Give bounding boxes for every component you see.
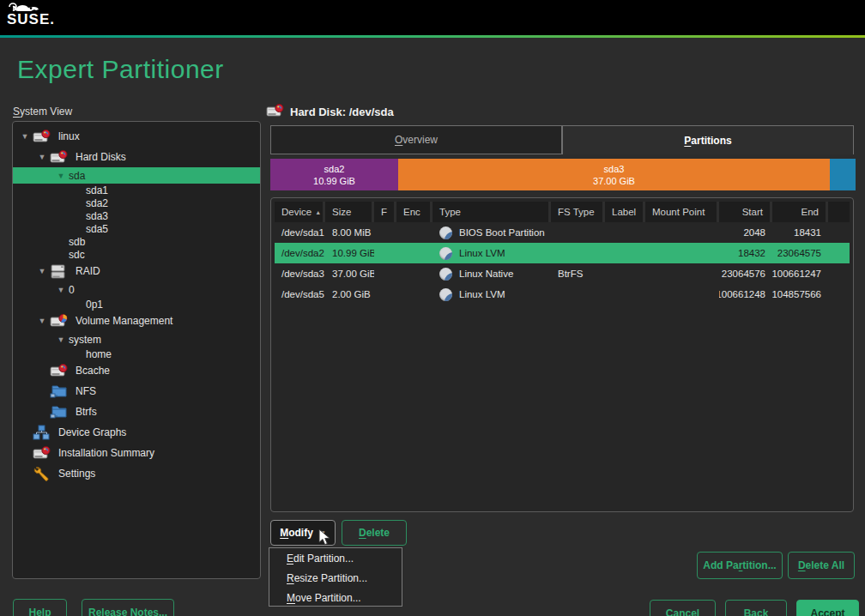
menu-item-move-partition[interactable]: Move Partition... <box>269 588 402 607</box>
suse-logo: SUSE. <box>7 1 55 28</box>
tree-expand-arrow-icon[interactable]: ▼ <box>34 317 50 325</box>
tree-item-label: sda2 <box>86 197 108 209</box>
expert-partitioner-window: SUSE. Expert Partitioner System View ▼li… <box>0 0 865 616</box>
column-header-device[interactable]: Device▲ <box>275 202 325 222</box>
tree-item-label: home <box>86 348 112 360</box>
tree-item-sda2[interactable]: sda2 <box>13 196 260 209</box>
tree-item-label: system <box>69 334 101 346</box>
tree-item-sda[interactable]: ▼sda <box>13 167 260 184</box>
cell-start: 2048 <box>743 227 765 238</box>
tree-item-sda5[interactable]: sda5 <box>13 222 260 235</box>
column-header-label[interactable]: Label <box>605 202 645 222</box>
raid-icon <box>50 263 76 279</box>
tree-expand-arrow-icon[interactable]: ▼ <box>53 172 69 180</box>
table-row-dev-sda2[interactable]: /dev/sda210.99 GiBLinux LVM1843223064575 <box>275 243 850 263</box>
tree-item-label: RAID <box>76 265 100 277</box>
content-header: Hard Disk: /dev/sda <box>266 103 394 121</box>
device-graphs-icon <box>33 425 58 440</box>
tree-expand-arrow-icon[interactable]: ▼ <box>17 132 33 141</box>
tree-item-sdc[interactable]: sdc <box>13 248 260 261</box>
hard-disk-icon <box>266 103 285 121</box>
column-header-enc[interactable]: Enc <box>396 202 432 222</box>
cell-device: /dev/sda3 <box>281 269 324 279</box>
tree-expand-arrow-icon[interactable]: ▼ <box>53 335 69 344</box>
tree-item-bcache[interactable]: Bcache <box>13 360 260 381</box>
menu-item-resize-partition[interactable]: Resize Partition... <box>269 568 402 588</box>
segment-name: sda2 <box>324 163 345 175</box>
cell-size: 37.00 GiB <box>332 269 374 279</box>
tree-expand-arrow-icon[interactable]: ▼ <box>34 267 50 275</box>
cell-start: 23064576 <box>722 269 765 279</box>
delete-button[interactable]: Delete <box>342 520 407 546</box>
column-header-end[interactable]: End <box>772 202 828 222</box>
column-header-start[interactable]: Start <box>719 202 772 222</box>
page-title: Expert Partitioner <box>17 55 224 84</box>
sort-ascending-icon: ▲ <box>315 209 321 215</box>
tree-expand-arrow-icon[interactable]: ▼ <box>34 153 50 161</box>
tree-item-settings[interactable]: Settings <box>13 463 260 484</box>
column-header-size[interactable]: Size <box>325 202 374 222</box>
tree-item-volume-management[interactable]: ▼Volume Management <box>13 311 260 331</box>
tab-verview[interactable]: Overview <box>270 125 562 154</box>
delete-all-button[interactable]: Delete All <box>788 552 855 579</box>
column-header-fs-type[interactable]: FS Type <box>551 202 605 222</box>
tree-item-0[interactable]: ▼0 <box>13 281 260 298</box>
cell-type: Linux LVM <box>459 248 505 258</box>
segment-size: 10.99 GiB <box>313 175 355 187</box>
cell-type: Linux Native <box>459 269 513 279</box>
table-header-row: Device▲SizeFEncTypeFS TypeLabelMount Poi… <box>275 202 850 222</box>
tree-item-label: sda1 <box>86 184 108 196</box>
cell-end: 23064575 <box>777 248 821 258</box>
column-header-mount-point[interactable]: Mount Point <box>645 202 719 222</box>
tree-item-btrfs[interactable]: Btrfs <box>13 402 260 422</box>
hard-disk-icon <box>33 129 58 144</box>
tree-item-system[interactable]: ▼system <box>13 331 260 347</box>
tree-item-label: Settings <box>58 468 95 480</box>
release-notes-button[interactable]: Release Notes... <box>82 599 174 616</box>
table-row-dev-sda5[interactable]: /dev/sda52.00 GiBLinux LVM10066124810485… <box>275 284 850 305</box>
cell-start: 18432 <box>738 248 765 258</box>
add-partition-button[interactable]: Add Partition... <box>697 552 783 579</box>
network-folder-icon <box>50 404 76 420</box>
tree-item-label: Device Graphs <box>58 426 126 438</box>
cell-device: /dev/sda5 <box>281 289 324 299</box>
system-view-label: System View <box>13 106 72 118</box>
column-header-type[interactable]: Type <box>432 202 551 222</box>
cell-device: /dev/sda2 <box>281 248 324 258</box>
table-row-dev-sda1[interactable]: /dev/sda18.00 MiBBIOS Boot Partition2048… <box>275 222 850 243</box>
hard-disk-icon <box>50 363 76 378</box>
tree-item-device-graphs[interactable]: Device Graphs <box>13 422 260 443</box>
tree-item-label: Hard Disks <box>76 151 126 163</box>
cell-type: BIOS Boot Partition <box>459 227 545 238</box>
wrench-icon <box>33 466 58 481</box>
tree-item-nfs[interactable]: NFS <box>13 381 260 402</box>
cell-fs_type: BtrFS <box>558 269 583 279</box>
tree-expand-arrow-icon[interactable]: ▼ <box>53 286 69 294</box>
system-view-tree[interactable]: ▼linux▼Hard Disks▼sdasda1sda2sda3sda5sdb… <box>12 121 261 579</box>
accept-button[interactable]: Accept <box>796 600 859 616</box>
tree-item-home[interactable]: home <box>13 347 260 360</box>
cell-end: 100661247 <box>772 269 821 279</box>
tree-item-0p1[interactable]: 0p1 <box>13 298 260 311</box>
tree-item-sda1[interactable]: sda1 <box>13 184 260 196</box>
tree-item-linux[interactable]: ▼linux <box>13 126 260 147</box>
table-row-dev-sda3[interactable]: /dev/sda337.00 GiBLinux NativeBtrFS23064… <box>275 263 850 284</box>
cancel-button[interactable]: Cancel <box>650 600 716 616</box>
tree-item-sda3[interactable]: sda3 <box>13 209 260 222</box>
tree-item-raid[interactable]: ▼RAID <box>13 261 260 281</box>
cell-size: 8.00 MiB <box>332 227 371 238</box>
segment-name: sda3 <box>604 163 625 175</box>
column-header-f[interactable]: F <box>374 202 396 222</box>
tree-item-installation-summary[interactable]: Installation Summary <box>13 443 260 463</box>
tree-item-hard-disks[interactable]: ▼Hard Disks <box>13 147 260 167</box>
back-button[interactable]: Back <box>725 600 787 616</box>
tree-item-label: 0p1 <box>86 299 103 311</box>
tree-item-label: 0 <box>69 284 75 296</box>
cell-start: 100661248 <box>719 289 765 299</box>
help-button[interactable]: Help <box>13 599 67 616</box>
tab-artitions[interactable]: Partitions <box>562 125 854 154</box>
partitions-table[interactable]: Device▲SizeFEncTypeFS TypeLabelMount Poi… <box>270 197 854 512</box>
menu-item-edit-partition[interactable]: Edit Partition... <box>269 548 402 568</box>
network-folder-icon <box>50 383 76 399</box>
tree-item-sdb[interactable]: sdb <box>13 235 260 248</box>
